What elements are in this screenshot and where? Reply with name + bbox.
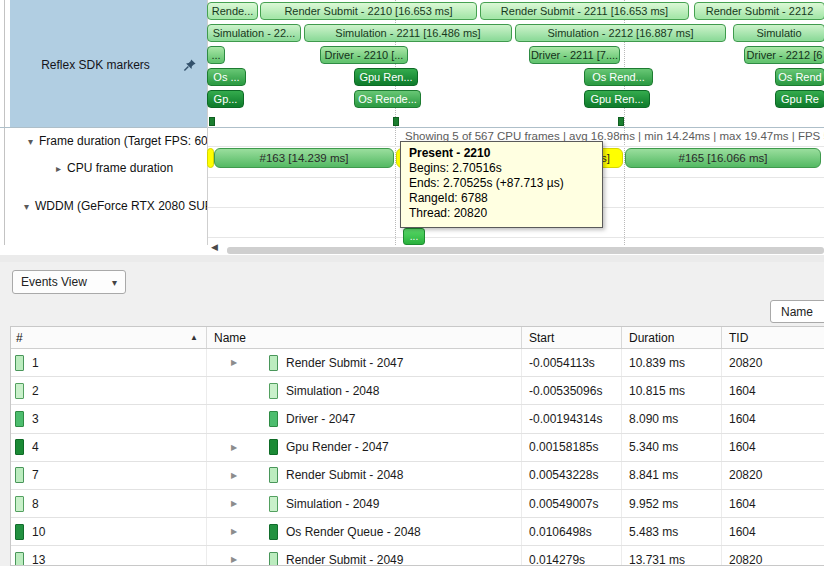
timeline-marker-bar[interactable]: Os Rend xyxy=(775,68,824,86)
tree-item-frame-duration[interactable]: ▾Frame duration (Target FPS: 60 xyxy=(28,134,207,148)
table-row[interactable]: 7▶Render Submit - 20480.00543228s8.841 m… xyxy=(11,462,824,490)
column-header-name[interactable]: Name xyxy=(206,327,521,348)
expander-icon[interactable]: ▶ xyxy=(231,471,241,480)
expander-icon[interactable]: ▶ xyxy=(231,443,241,452)
cpu-frame-bar[interactable] xyxy=(207,148,214,168)
timeline-marker-bar[interactable]: Render Submit - 2211 [16.653 ms] xyxy=(480,2,689,20)
color-swatch xyxy=(269,552,278,566)
event-name: Os Render Queue - 2048 xyxy=(286,525,421,539)
row-number: 3 xyxy=(32,412,39,426)
frame-tick-mark[interactable] xyxy=(618,117,624,126)
tooltip-ends: Ends: 2.70525s (+87.713 µs) xyxy=(409,176,594,191)
color-swatch xyxy=(15,524,24,540)
chevron-down-icon[interactable]: ▾ xyxy=(28,136,33,147)
cell-duration: 8.841 ms xyxy=(621,462,721,489)
cell-duration: 10.815 ms xyxy=(621,377,721,404)
timeline-marker-bar[interactable]: Gpu Re xyxy=(775,90,824,108)
timeline-marker-bar[interactable]: Simulatio xyxy=(733,24,824,42)
row-number: 2 xyxy=(32,384,39,398)
expander-icon[interactable]: ▶ xyxy=(231,555,241,564)
timeline-marker-bar[interactable]: Rende... xyxy=(207,2,258,20)
table-row[interactable]: 10▶Os Render Queue - 20480.0106498s5.483… xyxy=(11,518,824,546)
pin-icon[interactable] xyxy=(183,58,197,72)
color-swatch xyxy=(269,439,278,455)
expander-icon[interactable]: ▶ xyxy=(231,358,241,367)
collapse-left-icon[interactable]: ◀ xyxy=(211,242,218,252)
timeline-marker-bar[interactable]: Simulation - 2212 [16.887 ms] xyxy=(515,24,726,42)
horizontal-splitter[interactable]: ◀ xyxy=(0,245,824,262)
row-number: 8 xyxy=(32,497,39,511)
cell-start: -0.00194314s xyxy=(521,405,621,432)
start-value: 0.00158185s xyxy=(522,440,598,454)
chevron-down-icon[interactable]: ▾ xyxy=(24,201,29,212)
timeline-marker-bar[interactable]: Os Rend... xyxy=(584,68,653,86)
cell-tid: 1604 xyxy=(721,377,824,404)
name-filter-box[interactable]: Name xyxy=(770,300,824,323)
timeline-marker-bar[interactable]: Simulation - 2211 [16.486 ms] xyxy=(304,24,512,42)
row-number: 4 xyxy=(32,440,39,454)
timeline-marker-bar[interactable]: Os ... xyxy=(207,68,246,86)
expander-icon[interactable]: ▶ xyxy=(231,527,241,536)
timeline-marker-bar[interactable]: Gpu Ren... xyxy=(584,90,650,108)
start-value: 0.0106498s xyxy=(522,525,592,539)
tooltip-title: Present - 2210 xyxy=(409,146,594,161)
wddm-event-box[interactable]: ... xyxy=(403,228,425,245)
cell-num: 2 xyxy=(11,377,206,404)
timeline-marker-bar[interactable]: ... xyxy=(207,46,225,64)
duration-value: 5.483 ms xyxy=(622,525,678,539)
column-header-duration[interactable]: Duration xyxy=(621,327,721,348)
tid-value: 1604 xyxy=(722,384,756,398)
duration-value: 13.731 ms xyxy=(622,553,685,566)
chevron-right-icon[interactable]: ▸ xyxy=(56,163,61,174)
timeline-marker-bar[interactable]: Render Submit - 2210 [16.653 ms] xyxy=(260,2,477,20)
tid-value: 20820 xyxy=(722,468,762,482)
events-table: # ▲ Name Start Duration TID 1▶Render Sub… xyxy=(10,326,824,566)
window-left-border xyxy=(4,0,5,250)
cpu-frame-bar[interactable]: #165 [16.066 ms] xyxy=(625,148,821,168)
splitter-band xyxy=(0,255,824,262)
row-number: 13 xyxy=(32,553,45,566)
timeline-marker-bar[interactable]: Os Rende... xyxy=(354,90,421,108)
frame-tick-mark[interactable] xyxy=(393,117,399,126)
tid-value: 20820 xyxy=(722,553,762,566)
tree-item-wddm[interactable]: ▾WDDM (GeForce RTX 2080 SUP xyxy=(24,199,207,213)
reflex-sdk-markers-row-header[interactable]: Reflex SDK markers xyxy=(10,0,207,127)
cell-start: -0.00535096s xyxy=(521,377,621,404)
table-row[interactable]: 4▶Gpu Render - 20470.00158185s5.340 ms16… xyxy=(11,434,824,462)
event-tooltip: Present - 2210 Begins: 2.70516s Ends: 2.… xyxy=(400,141,603,228)
cell-duration: 5.483 ms xyxy=(621,518,721,545)
duration-value: 8.841 ms xyxy=(622,468,678,482)
table-row[interactable]: 2▶Simulation - 2048-0.00535096s10.815 ms… xyxy=(11,377,824,405)
timeline-marker-bar[interactable]: Driver - 2211 [7.... xyxy=(529,46,620,64)
cell-start: -0.0054113s xyxy=(521,349,621,376)
frame-tick-mark[interactable] xyxy=(209,117,215,126)
cell-name: ▶Driver - 2047 xyxy=(206,405,521,432)
cpu-frame-bar[interactable]: #163 [14.239 ms] xyxy=(214,148,394,168)
expander-icon[interactable]: ▶ xyxy=(231,499,241,508)
events-table-header: # ▲ Name Start Duration TID xyxy=(11,327,824,349)
timeline-marker-bar[interactable]: Driver - 2212 [6 xyxy=(744,46,824,64)
tree-item-cpu-frame-duration[interactable]: ▸CPU frame duration xyxy=(56,161,173,175)
horizontal-scrollbar[interactable] xyxy=(227,247,824,254)
color-swatch xyxy=(15,439,24,455)
table-row[interactable]: 8▶Simulation - 20490.00549007s9.952 ms16… xyxy=(11,490,824,518)
cell-duration: 9.952 ms xyxy=(621,490,721,517)
timeline-marker-bar[interactable]: Simulation - 22... xyxy=(207,24,301,42)
cell-name: ▶Os Render Queue - 2048 xyxy=(206,518,521,545)
cell-start: 0.014279s xyxy=(521,546,621,566)
timeline-marker-bar[interactable]: Gp... xyxy=(207,90,244,108)
column-header-start[interactable]: Start xyxy=(521,327,621,348)
timeline-marker-bar[interactable]: Driver - 2210 [... xyxy=(320,46,408,64)
table-row[interactable]: 1▶Render Submit - 2047-0.0054113s10.839 … xyxy=(11,349,824,377)
start-value: -0.00535096s xyxy=(522,384,602,398)
timeline-marker-bar[interactable]: Render Submit - 2212 xyxy=(694,2,824,20)
table-row[interactable]: 3▶Driver - 2047-0.00194314s8.090 ms1604 xyxy=(11,405,824,433)
reflex-sdk-markers-label: Reflex SDK markers xyxy=(10,58,181,72)
timeline-marker-bar[interactable]: Gpu Ren... xyxy=(354,68,418,86)
table-row[interactable]: 13▶Render Submit - 20490.014279s13.731 m… xyxy=(11,546,824,566)
column-header-tid[interactable]: TID xyxy=(721,327,824,348)
column-header-num[interactable]: # ▲ xyxy=(11,327,206,348)
events-view-section: Events View ▾ Name # ▲ Name Start Durati… xyxy=(0,262,824,566)
events-view-dropdown[interactable]: Events View ▾ xyxy=(12,270,126,294)
color-swatch xyxy=(15,496,24,512)
